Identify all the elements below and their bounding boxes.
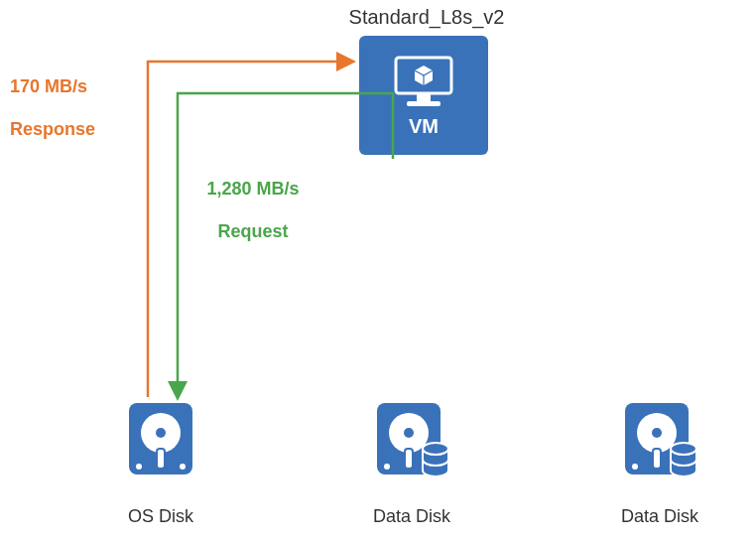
vm-icon xyxy=(391,54,456,109)
svg-point-15 xyxy=(384,464,390,470)
data-disk2-name: Data Disk xyxy=(621,506,698,526)
request-word: Request xyxy=(217,221,288,241)
svg-point-7 xyxy=(156,428,166,438)
request-rate: 1,280 MB/s xyxy=(206,179,299,199)
response-rate: 170 MB/s xyxy=(10,76,87,96)
svg-rect-1 xyxy=(417,93,431,101)
os-disk-icon xyxy=(121,399,200,478)
diagram-canvas: Standard_L8s_v2 VM xyxy=(0,0,756,541)
svg-rect-23 xyxy=(653,449,661,469)
vm-caption: VM xyxy=(409,115,439,138)
svg-point-13 xyxy=(404,428,414,438)
data-disk1-name: Data Disk xyxy=(373,506,450,526)
svg-point-22 xyxy=(652,428,662,438)
svg-point-24 xyxy=(632,464,638,470)
data-disk1-label: Data Disk P4 xyxy=(357,482,466,541)
vm-node: VM xyxy=(359,36,488,155)
request-label: 1,280 MB/s Request xyxy=(189,157,317,242)
svg-point-10 xyxy=(180,464,186,470)
svg-point-9 xyxy=(136,464,142,470)
data-disk2-label: Data Disk P4 xyxy=(605,482,714,541)
os-disk-label: OS Disk P4 xyxy=(109,482,212,541)
data-disk1-icon xyxy=(369,399,452,478)
svg-rect-2 xyxy=(407,101,441,106)
response-label: 170 MB/s Response xyxy=(10,55,119,140)
vm-title: Standard_L8s_v2 xyxy=(337,6,516,29)
os-disk-name: OS Disk xyxy=(128,506,193,526)
svg-rect-14 xyxy=(405,449,413,469)
svg-rect-8 xyxy=(157,449,165,469)
data-disk2-icon xyxy=(617,399,700,478)
response-word: Response xyxy=(10,119,95,139)
